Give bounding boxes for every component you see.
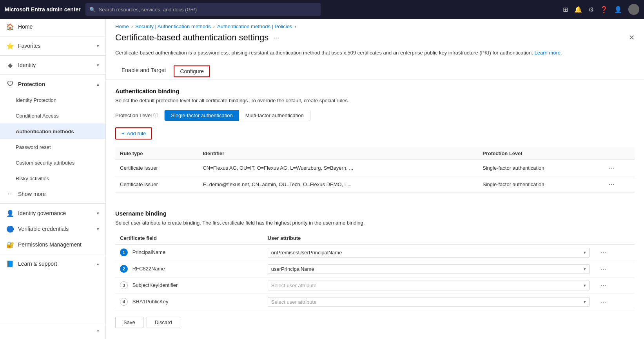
tab-configure[interactable]: Configure bbox=[174, 65, 210, 77]
row-actions-cell: ··· bbox=[602, 160, 635, 176]
add-rule-button[interactable]: + Add rule bbox=[115, 127, 152, 140]
row-more-options[interactable]: ··· bbox=[607, 180, 616, 189]
single-factor-btn[interactable]: Single-factor authentication bbox=[165, 110, 239, 121]
badge-number: 4 bbox=[120, 298, 128, 306]
table-row: Certificate issuer CN=Flexus AG, OU=IT, … bbox=[115, 160, 635, 176]
sidebar-item-custom-security[interactable]: Custom security attributes bbox=[0, 155, 105, 170]
sidebar-item-authentication-methods[interactable]: Authentication methods bbox=[0, 123, 105, 139]
list-item: 1 PrincipalName onPremisesUserPrincipalN… bbox=[115, 244, 635, 261]
binding-row-actions: ··· bbox=[594, 261, 635, 277]
help-icon[interactable]: ❓ bbox=[600, 6, 608, 13]
cert-field-cell: 1 PrincipalName bbox=[115, 244, 263, 261]
user-attr-cell: Select user attribute ▾ bbox=[263, 294, 594, 310]
search-bar[interactable]: 🔍 bbox=[85, 3, 321, 16]
sidebar-password-reset-label: Password reset bbox=[16, 144, 51, 150]
sidebar-verifiable-credentials-label: Verifiable credentials bbox=[18, 226, 69, 232]
description-text: Certificate-based authentication is a pa… bbox=[115, 50, 533, 56]
sidebar-item-show-more[interactable]: ··· Show more bbox=[0, 186, 105, 202]
multi-factor-btn[interactable]: Multi-factor authentication bbox=[239, 110, 310, 121]
permissions-icon: 🔐 bbox=[6, 241, 14, 248]
description: Certificate-based authentication is a pa… bbox=[106, 49, 644, 63]
binding-row-more-options[interactable]: ··· bbox=[599, 281, 608, 290]
sidebar-item-identity-protection[interactable]: Identity Protection bbox=[0, 92, 105, 108]
bell-icon[interactable]: 🔔 bbox=[574, 6, 582, 13]
chevron-up-icon: ▴ bbox=[97, 261, 99, 266]
protection-level-toggle[interactable]: Single-factor authentication Multi-facto… bbox=[164, 110, 310, 121]
sidebar-item-identity[interactable]: ◆ Identity ▾ bbox=[0, 57, 105, 73]
sidebar-item-verifiable-credentials[interactable]: 🔵 Verifiable credentials ▾ bbox=[0, 221, 105, 237]
col-binding-actions bbox=[594, 232, 635, 245]
user-attr-dropdown[interactable]: onPremisesUserPrincipalName ▾ bbox=[268, 248, 590, 257]
avatar[interactable] bbox=[628, 4, 639, 15]
binding-row-more-options[interactable]: ··· bbox=[599, 265, 608, 273]
learn-more-link[interactable]: Learn more. bbox=[534, 50, 562, 56]
user-attr-cell: Select user attribute ▾ bbox=[263, 277, 594, 294]
breadcrumb-sep3: › bbox=[294, 24, 296, 29]
user-attr-dropdown[interactable]: Select user attribute ▾ bbox=[268, 297, 590, 307]
dropdown-value: onPremisesUserPrincipalName bbox=[271, 250, 342, 256]
chevron-down-icon: ▾ bbox=[584, 283, 586, 288]
table-row: Certificate issuer E=demo@flexus.net, CN… bbox=[115, 176, 635, 192]
chevron-down-icon: ▾ bbox=[97, 63, 99, 68]
collapse-icon: « bbox=[96, 328, 99, 334]
shield-icon: 🛡 bbox=[6, 81, 14, 88]
sidebar-favorites-label: Favorites bbox=[18, 43, 41, 49]
rule-type-cell: Certificate issuer bbox=[115, 176, 198, 192]
sidebar-item-learn-support[interactable]: 📘 Learn & support ▴ bbox=[0, 256, 105, 272]
username-binding-section: Username binding Select user attribute t… bbox=[106, 202, 644, 310]
list-item: 4 SHA1PublicKey Select user attribute ▾ … bbox=[115, 294, 635, 310]
topbar: Microsoft Entra admin center 🔍 ⊞ 🔔 ⚙ ❓ 👤 bbox=[0, 0, 644, 19]
binding-row-more-options[interactable]: ··· bbox=[599, 298, 608, 306]
protection-level-cell: Single-factor authentication bbox=[478, 176, 602, 192]
sidebar-conditional-access-label: Conditional Access bbox=[16, 113, 59, 119]
close-button[interactable]: ✕ bbox=[629, 33, 635, 42]
dropdown-placeholder: Select user attribute bbox=[271, 299, 317, 305]
binding-row-more-options[interactable]: ··· bbox=[599, 248, 608, 257]
discard-button[interactable]: Discard bbox=[147, 317, 180, 328]
sidebar-item-home[interactable]: 🏠 Home bbox=[0, 19, 105, 34]
authentication-binding-section: Authentication binding Select the defaul… bbox=[106, 80, 644, 193]
user-attr-dropdown[interactable]: userPrincipalName ▾ bbox=[268, 264, 590, 274]
breadcrumb-home[interactable]: Home bbox=[115, 24, 129, 29]
breadcrumb-policies[interactable]: Authentication methods | Policies bbox=[217, 24, 292, 29]
cert-field-name: SubjectKeyIdentifier bbox=[132, 282, 178, 288]
user-attr-dropdown[interactable]: Select user attribute ▾ bbox=[268, 281, 590, 290]
rules-table: Rule type Identifier Protection Level Ce… bbox=[115, 147, 635, 193]
sidebar-auth-methods-label: Authentication methods bbox=[16, 129, 74, 134]
col-user-attr: User attribute bbox=[263, 232, 594, 245]
header-more-options[interactable]: ··· bbox=[273, 34, 279, 42]
chevron-down-icon: ▾ bbox=[97, 44, 99, 49]
sidebar-item-permissions[interactable]: 🔐 Permissions Management bbox=[0, 237, 105, 252]
search-input[interactable] bbox=[99, 7, 317, 13]
portal-icon[interactable]: ⊞ bbox=[563, 6, 568, 13]
save-button[interactable]: Save bbox=[115, 317, 143, 328]
page-title: Certificate-based authentication setting… bbox=[115, 33, 268, 43]
breadcrumb-security[interactable]: Security | Authentication methods bbox=[135, 24, 211, 29]
sidebar-collapse-button[interactable]: « bbox=[0, 323, 105, 339]
sidebar-item-risky-activities[interactable]: Risky activities bbox=[0, 170, 105, 186]
chevron-down-icon: ▾ bbox=[584, 299, 586, 305]
tab-enable-target-label: Enable and Target bbox=[122, 67, 166, 73]
tab-enable-target[interactable]: Enable and Target bbox=[115, 63, 172, 80]
binding-table: Certificate field User attribute 1 Princ… bbox=[115, 232, 635, 310]
binding-row-actions: ··· bbox=[594, 244, 635, 261]
row-more-options[interactable]: ··· bbox=[607, 164, 616, 172]
sidebar-item-favorites[interactable]: ⭐ Favorites ▾ bbox=[0, 38, 105, 54]
sidebar-item-protection[interactable]: 🛡 Protection ▴ bbox=[0, 76, 105, 92]
protection-level-row: Protection Level ⓘ Single-factor authent… bbox=[115, 110, 635, 121]
sidebar-item-identity-governance[interactable]: 👤 Identity governance ▾ bbox=[0, 205, 105, 221]
cert-field-name: PrincipalName bbox=[132, 249, 166, 255]
chevron-down-icon: ▾ bbox=[97, 227, 99, 232]
col-cert-field: Certificate field bbox=[115, 232, 263, 245]
user-icon[interactable]: 👤 bbox=[614, 6, 622, 13]
col-rule-type: Rule type bbox=[115, 147, 198, 160]
sidebar-identity-label: Identity bbox=[18, 62, 36, 68]
brand-title: Microsoft Entra admin center bbox=[5, 6, 81, 13]
col-protection-level: Protection Level bbox=[478, 147, 602, 160]
sidebar-item-conditional-access[interactable]: Conditional Access bbox=[0, 108, 105, 123]
dots-icon: ··· bbox=[6, 190, 14, 198]
cert-field-cell: 3 SubjectKeyIdentifier bbox=[115, 277, 263, 294]
add-rule-label: Add rule bbox=[127, 131, 146, 136]
sidebar-item-password-reset[interactable]: Password reset bbox=[0, 139, 105, 155]
gear-icon[interactable]: ⚙ bbox=[588, 6, 594, 13]
